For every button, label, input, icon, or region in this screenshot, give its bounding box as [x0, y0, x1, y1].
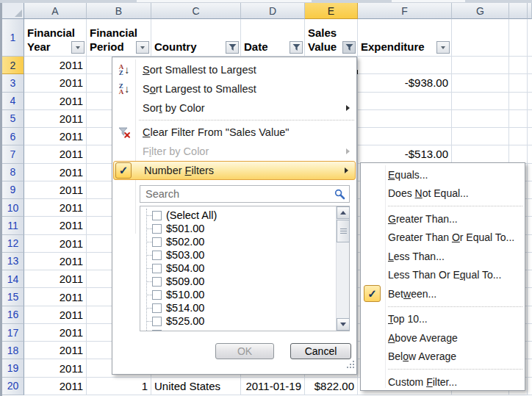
cell-x813[interactable]: [528, 253, 532, 270]
scroll-down-button[interactable]: [337, 318, 350, 331]
cell-C20[interactable]: United States: [151, 378, 241, 395]
submenu-item-equals[interactable]: Equals...: [361, 165, 525, 184]
submenu-item-less-than-or-equal-to[interactable]: Less Than Or Equal To...: [361, 266, 525, 285]
cell-x89[interactable]: [528, 181, 532, 199]
column-header-F[interactable]: F: [358, 3, 452, 19]
cell-A3[interactable]: 2011: [24, 74, 87, 92]
cell-A16[interactable]: 2011: [24, 306, 87, 324]
submenu-item-less-than[interactable]: Less Than...: [361, 247, 525, 266]
cell-x84[interactable]: [528, 93, 532, 110]
cell-A6[interactable]: 2011: [24, 128, 87, 145]
cell-x86[interactable]: [528, 128, 532, 145]
submenu-item-top-10[interactable]: Top 10...: [361, 310, 525, 329]
cell-x815[interactable]: [528, 288, 532, 306]
cell-G7[interactable]: [452, 145, 509, 163]
cell-x77[interactable]: [509, 145, 528, 163]
submenu-item-does-not-equal[interactable]: Does Not Equal...: [361, 184, 525, 204]
cell-A19[interactable]: 2011: [24, 359, 87, 377]
filter-value-510-00[interactable]: $510.00: [140, 288, 335, 301]
cell-x74[interactable]: [509, 93, 528, 110]
cell-x82[interactable]: [528, 57, 532, 74]
column-header-B[interactable]: B: [87, 3, 151, 19]
cell-x817[interactable]: [528, 324, 532, 342]
filter-button-country[interactable]: [226, 41, 239, 54]
cell-A12[interactable]: 2011: [24, 235, 87, 253]
filter-button-sales-value[interactable]: [342, 41, 356, 54]
submenu-item-custom-filter[interactable]: Custom Filter...: [361, 372, 525, 392]
cell-x88[interactable]: [528, 164, 532, 181]
cell-x820[interactable]: [528, 378, 532, 395]
filter-value-502-00[interactable]: $502.00: [140, 235, 335, 248]
cell-A7[interactable]: 2011: [24, 145, 87, 163]
cell-G6[interactable]: [452, 128, 509, 145]
row-header-16[interactable]: 16: [2, 306, 24, 324]
cell-A14[interactable]: 2011: [24, 270, 87, 288]
cell-A2[interactable]: 2011: [24, 57, 87, 74]
cell-x819[interactable]: [528, 359, 532, 377]
cell-G3[interactable]: [452, 74, 509, 92]
cell-F1[interactable]: Expenditure: [358, 19, 452, 57]
scroll-up-button[interactable]: [337, 206, 350, 219]
cell-A4[interactable]: 2011: [24, 93, 87, 110]
search-input[interactable]: [144, 187, 334, 201]
cell-F4[interactable]: [358, 93, 452, 110]
cell-x816[interactable]: [528, 306, 532, 324]
menu-item-number-filters[interactable]: ✓Number Filters: [113, 161, 356, 180]
cell-G5[interactable]: [452, 110, 509, 128]
cell-x81[interactable]: [528, 19, 532, 57]
cell-x814[interactable]: [528, 270, 532, 288]
cell-F6[interactable]: [358, 128, 452, 145]
column-header-E[interactable]: E: [305, 3, 358, 19]
filter-value-partial[interactable]: [140, 328, 335, 331]
row-header-14[interactable]: 14: [2, 270, 24, 288]
row-header-9[interactable]: 9: [2, 181, 24, 199]
cell-A11[interactable]: 2011: [24, 217, 87, 234]
cell-B1[interactable]: FinancialPeriod: [87, 19, 151, 57]
row-header-11[interactable]: 11: [2, 217, 24, 234]
cell-G2[interactable]: [452, 57, 509, 74]
resize-grip[interactable]: [345, 359, 355, 372]
submenu-item-above-average[interactable]: Above Average: [361, 328, 525, 348]
column-header-A[interactable]: A: [24, 3, 87, 19]
row-header-2[interactable]: 2: [2, 57, 24, 74]
cell-A17[interactable]: 2011: [24, 324, 87, 342]
row-header-3[interactable]: 3: [2, 74, 24, 92]
checkbox-icon[interactable]: [152, 290, 162, 300]
cell-A20[interactable]: 2011: [24, 378, 87, 395]
submenu-item-greater-than[interactable]: Greater Than...: [361, 209, 525, 228]
cell-F3[interactable]: -$938.00: [358, 74, 452, 92]
menu-item-sort-by-color[interactable]: Sort by Color: [112, 98, 356, 118]
cell-A15[interactable]: 2011: [24, 288, 87, 306]
filter-button-date[interactable]: [290, 41, 303, 54]
checkbox-icon[interactable]: [152, 224, 162, 234]
row-header-19[interactable]: 19: [2, 359, 24, 377]
row-header-7[interactable]: 7: [2, 145, 24, 163]
filter-value-509-00[interactable]: $509.00: [140, 275, 335, 288]
scrollbar-thumb[interactable]: [337, 220, 350, 242]
cell-D20[interactable]: 2011-01-19: [241, 378, 305, 395]
cell-x76[interactable]: [509, 128, 528, 145]
row-header-10[interactable]: 10: [2, 199, 24, 217]
submenu-item-greater-than-or-equal-to[interactable]: Greater Than Or Equal To...: [361, 228, 525, 248]
cell-x87[interactable]: [528, 145, 532, 163]
cell-A18[interactable]: 2011: [24, 342, 87, 359]
cell-A5[interactable]: 2011: [24, 110, 87, 128]
submenu-item-below-average[interactable]: Below Average: [361, 348, 525, 367]
select-all-corner[interactable]: [2, 3, 24, 19]
filter-button-expenditure[interactable]: [436, 41, 450, 54]
cell-A8[interactable]: 2011: [24, 164, 87, 181]
cell-x72[interactable]: [509, 57, 528, 74]
cell-C1[interactable]: Country: [151, 19, 241, 57]
column-header-D[interactable]: D: [241, 3, 305, 19]
row-header-15[interactable]: 15: [2, 288, 24, 306]
cell-A10[interactable]: 2011: [24, 199, 87, 217]
row-header-13[interactable]: 13: [2, 253, 24, 270]
cell-x85[interactable]: [528, 110, 532, 128]
column-header-C[interactable]: C: [151, 3, 241, 19]
filter-value-514-00[interactable]: $514.00: [140, 301, 335, 314]
cell-A1[interactable]: FinancialYear: [24, 19, 87, 57]
checkbox-icon[interactable]: [152, 277, 162, 287]
cell-A13[interactable]: 2011: [24, 253, 87, 270]
cell-G4[interactable]: [452, 93, 509, 110]
filter-value-504-00[interactable]: $504.00: [140, 262, 335, 275]
